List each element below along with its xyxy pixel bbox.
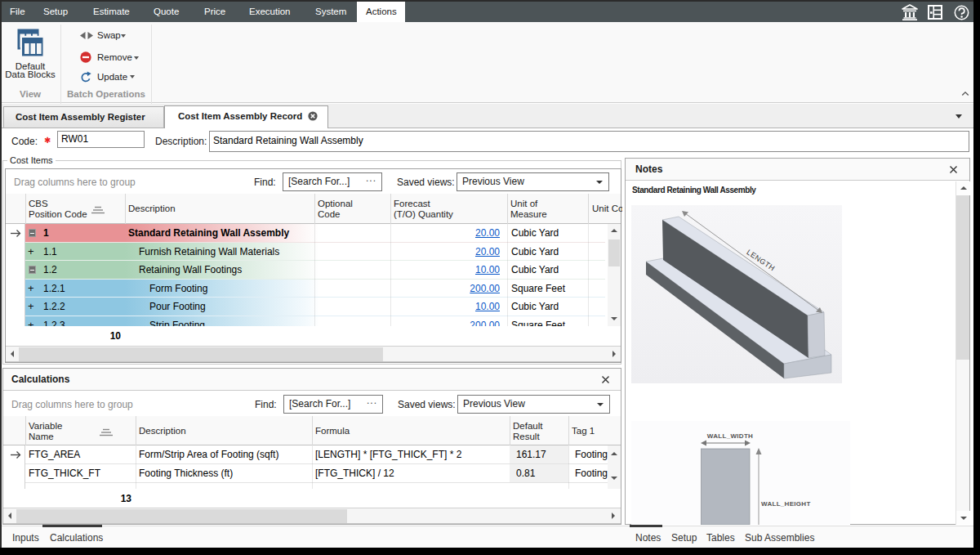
svg-text:WALL_HEIGHT: WALL_HEIGHT xyxy=(761,500,811,508)
svg-text:WALL_WIDTH: WALL_WIDTH xyxy=(707,432,753,440)
